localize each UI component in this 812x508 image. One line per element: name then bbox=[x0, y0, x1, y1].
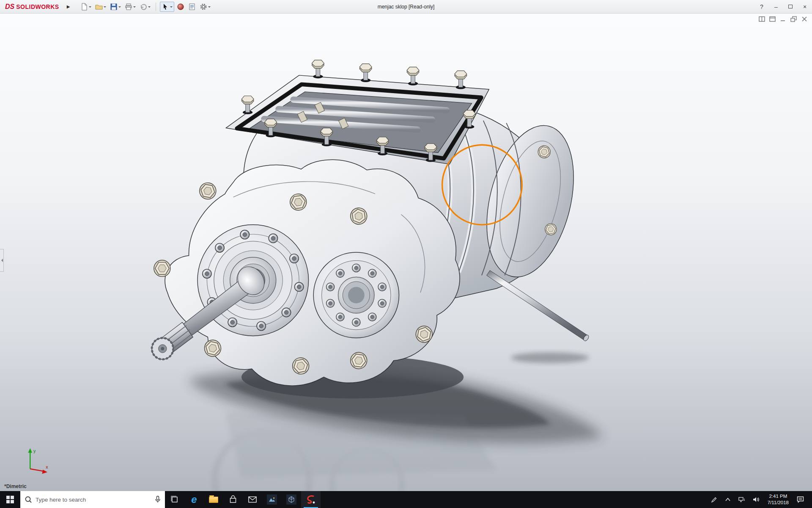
maximize-icon bbox=[788, 5, 793, 8]
solidworks-app-button[interactable] bbox=[301, 491, 321, 508]
print-icon bbox=[125, 3, 132, 11]
pen-icon bbox=[711, 497, 717, 503]
doc-restore-icon[interactable] bbox=[790, 16, 797, 22]
document-title: menjac sklop [Read-only] bbox=[378, 4, 435, 10]
edge-button[interactable]: e bbox=[184, 491, 204, 508]
solidworks-logo: DS SOLIDWORKS bbox=[0, 3, 63, 11]
maximize-button[interactable] bbox=[783, 0, 798, 14]
file-properties-icon bbox=[188, 3, 196, 11]
dropdown-arrow[interactable] bbox=[148, 6, 151, 9]
save-icon bbox=[110, 3, 118, 11]
open-button[interactable] bbox=[94, 2, 107, 12]
action-center-button[interactable] bbox=[794, 491, 807, 508]
x-axis-label: x bbox=[46, 464, 48, 469]
appearance-sphere-icon bbox=[177, 3, 184, 11]
select-cursor-icon bbox=[162, 3, 169, 11]
start-button[interactable] bbox=[0, 491, 20, 508]
file-explorer-button[interactable] bbox=[204, 491, 223, 508]
graphics-viewport[interactable]: y x *Dimetric bbox=[0, 14, 812, 491]
notification-icon bbox=[797, 496, 804, 503]
print-button[interactable] bbox=[123, 2, 137, 12]
x-axis-arrow bbox=[42, 469, 47, 474]
mail-envelope-icon bbox=[248, 496, 257, 503]
output-shaft bbox=[487, 271, 590, 342]
mail-button[interactable] bbox=[243, 491, 262, 508]
volume-tray-button[interactable] bbox=[750, 491, 763, 508]
edge-icon: e bbox=[191, 494, 197, 505]
clock-time: 2:41 PM bbox=[768, 493, 789, 500]
undo-button[interactable] bbox=[138, 2, 152, 12]
dropdown-arrow[interactable] bbox=[208, 6, 211, 9]
file-properties-button[interactable] bbox=[187, 2, 197, 12]
app-titlebar: DS SOLIDWORKS ▶ bbox=[0, 0, 812, 14]
model-reflection bbox=[215, 412, 497, 491]
taskbar-clock[interactable]: 2:41 PM 7/11/2018 bbox=[764, 491, 792, 508]
windows-taskbar: e bbox=[0, 491, 812, 508]
photos-app-button[interactable] bbox=[262, 491, 282, 508]
chevron-up-icon bbox=[725, 497, 731, 502]
gearbox-model: y x bbox=[0, 14, 812, 491]
pen-tray-button[interactable] bbox=[708, 491, 720, 508]
file-explorer-icon bbox=[209, 497, 218, 503]
y-axis-arrow bbox=[28, 448, 32, 453]
windows-logo-icon bbox=[6, 496, 14, 503]
front-plate bbox=[154, 160, 460, 386]
main-toolbar bbox=[79, 2, 212, 12]
search-input[interactable] bbox=[36, 497, 151, 503]
open-folder-icon bbox=[95, 3, 103, 11]
microphone-icon[interactable] bbox=[155, 496, 161, 503]
dropdown-arrow[interactable] bbox=[170, 6, 173, 9]
doc-close-icon[interactable] bbox=[801, 16, 808, 22]
dropdown-arrow[interactable] bbox=[89, 6, 91, 9]
new-document-button[interactable] bbox=[79, 2, 93, 12]
new-document-icon bbox=[80, 3, 88, 11]
options-button[interactable] bbox=[198, 2, 212, 12]
taskbar-search[interactable] bbox=[20, 491, 165, 508]
view-orientation-label: *Dimetric bbox=[4, 483, 27, 489]
clock-date: 7/11/2018 bbox=[768, 500, 789, 506]
output-flange bbox=[313, 252, 399, 338]
store-bag-icon bbox=[229, 495, 237, 504]
select-tool-button[interactable] bbox=[160, 2, 174, 12]
solidworks-app-icon bbox=[306, 494, 316, 505]
flyout-menu-arrow-icon[interactable]: ▶ bbox=[63, 3, 74, 11]
tray-overflow-button[interactable] bbox=[722, 491, 734, 508]
search-icon bbox=[25, 496, 32, 503]
save-button[interactable] bbox=[109, 2, 122, 12]
gear-icon bbox=[200, 3, 207, 11]
ds-logo-icon: DS bbox=[5, 3, 14, 11]
network-tray-button[interactable] bbox=[735, 491, 748, 508]
undo-icon bbox=[140, 3, 147, 11]
network-icon bbox=[738, 497, 745, 502]
cube-app-button[interactable] bbox=[282, 491, 301, 508]
doc-minimize-icon[interactable] bbox=[780, 16, 787, 22]
dropdown-arrow[interactable] bbox=[118, 6, 121, 9]
system-tray: 2:41 PM 7/11/2018 bbox=[708, 491, 812, 508]
reference-triad: y x bbox=[28, 448, 48, 474]
new-window-icon[interactable] bbox=[769, 16, 776, 22]
help-button[interactable]: ? bbox=[754, 0, 769, 14]
dropdown-arrow[interactable] bbox=[104, 6, 106, 9]
photos-app-icon bbox=[267, 494, 277, 505]
store-button[interactable] bbox=[223, 491, 243, 508]
y-axis-label: y bbox=[33, 448, 36, 453]
brand-wordmark: SOLIDWORKS bbox=[16, 3, 59, 10]
close-button[interactable]: × bbox=[798, 0, 812, 14]
split-view-icon[interactable] bbox=[759, 16, 765, 22]
task-view-button[interactable] bbox=[165, 491, 184, 508]
dropdown-arrow[interactable] bbox=[133, 6, 136, 9]
task-view-icon bbox=[170, 495, 179, 504]
window-controls: ? – × bbox=[754, 0, 812, 14]
cube-app-icon bbox=[286, 494, 296, 505]
document-window-controls bbox=[759, 16, 808, 22]
volume-icon bbox=[753, 497, 760, 502]
toolbar-separator bbox=[156, 3, 156, 11]
minimize-button[interactable]: – bbox=[769, 0, 783, 14]
appearances-button[interactable] bbox=[176, 2, 186, 12]
